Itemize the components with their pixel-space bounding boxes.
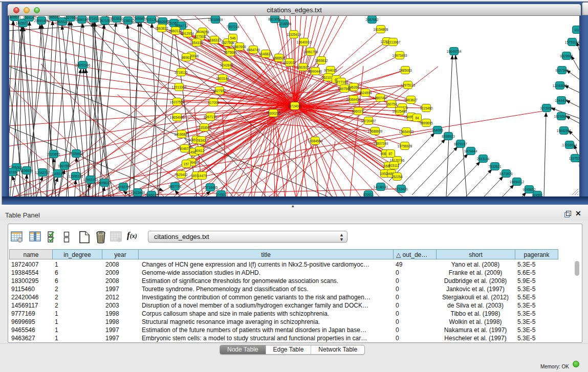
svg-text:16154808: 16154808 xyxy=(374,28,388,31)
svg-text:3675685: 3675685 xyxy=(224,51,237,54)
svg-text:80412: 80412 xyxy=(195,149,204,152)
svg-text:9427552: 9427552 xyxy=(213,89,226,93)
svg-text:1362615: 1362615 xyxy=(296,65,310,69)
svg-text:15716485: 15716485 xyxy=(203,186,218,189)
svg-text:12093823: 12093823 xyxy=(553,84,568,87)
svg-text:64: 64 xyxy=(415,116,419,120)
svg-text:16782759: 16782759 xyxy=(116,185,131,189)
svg-text:10958107: 10958107 xyxy=(97,181,112,185)
svg-text:16107552: 16107552 xyxy=(170,100,185,104)
svg-text:11353594: 11353594 xyxy=(197,126,212,129)
svg-text:16648784: 16648784 xyxy=(447,50,462,53)
svg-text:8990448: 8990448 xyxy=(309,70,322,73)
svg-text:252254: 252254 xyxy=(391,175,403,179)
svg-text:9860124: 9860124 xyxy=(169,29,182,33)
svg-text:12213967: 12213967 xyxy=(386,40,401,44)
svg-text:19654983: 19654983 xyxy=(170,116,185,119)
svg-text:1244415: 1244415 xyxy=(555,99,568,102)
svg-text:6879197: 6879197 xyxy=(454,142,467,146)
svg-text:78342: 78342 xyxy=(197,139,206,142)
svg-text:7632621: 7632621 xyxy=(488,165,502,168)
svg-text:417006: 417006 xyxy=(208,101,219,104)
svg-text:12505135: 12505135 xyxy=(69,174,83,178)
svg-text:8186323: 8186323 xyxy=(208,38,221,42)
svg-text:87: 87 xyxy=(388,152,393,156)
svg-text:111: 111 xyxy=(574,28,579,32)
svg-text:17957253: 17957253 xyxy=(83,178,98,182)
svg-text:9899695: 9899695 xyxy=(420,121,433,125)
svg-text:7663822: 7663822 xyxy=(155,27,168,30)
svg-text:20691406: 20691406 xyxy=(34,19,49,23)
svg-text:6497568: 6497568 xyxy=(338,87,351,91)
svg-text:9474444: 9474444 xyxy=(464,149,477,153)
svg-text:18724007: 18724007 xyxy=(288,104,302,108)
svg-text:12213369: 12213369 xyxy=(172,85,187,89)
svg-text:1405571: 1405571 xyxy=(9,16,21,19)
svg-text:2803144: 2803144 xyxy=(216,77,229,80)
svg-text:9146821: 9146821 xyxy=(259,52,272,56)
svg-text:13640910: 13640910 xyxy=(297,40,312,44)
svg-text:391934: 391934 xyxy=(9,170,18,174)
svg-text:7625402: 7625402 xyxy=(175,173,188,177)
svg-text:10973493: 10973493 xyxy=(393,54,407,57)
svg-text:16961758: 16961758 xyxy=(303,50,318,54)
svg-text:8938923: 8938923 xyxy=(442,135,455,138)
svg-text:160754: 160754 xyxy=(386,102,397,106)
svg-text:8322037: 8322037 xyxy=(283,61,296,64)
svg-text:14055713: 14055713 xyxy=(16,21,31,25)
svg-text:8267130: 8267130 xyxy=(204,115,217,119)
svg-text:870911: 870911 xyxy=(363,193,374,196)
svg-text:10654112: 10654112 xyxy=(510,180,525,184)
svg-text:7485063: 7485063 xyxy=(399,69,412,72)
svg-text:8454749: 8454749 xyxy=(247,48,260,52)
svg-text:10688609: 10688609 xyxy=(368,129,383,133)
svg-text:15720407: 15720407 xyxy=(361,119,376,123)
svg-text:2718126: 2718126 xyxy=(175,71,188,74)
svg-text:9242848: 9242848 xyxy=(220,63,233,67)
svg-text:8813054: 8813054 xyxy=(268,17,281,21)
svg-text:11923448: 11923448 xyxy=(130,191,145,194)
svg-text:1156859: 1156859 xyxy=(20,169,33,172)
svg-text:98961: 98961 xyxy=(182,56,191,59)
svg-text:17359928: 17359928 xyxy=(69,152,84,156)
svg-text:164095: 164095 xyxy=(432,128,443,132)
svg-text:10807487: 10807487 xyxy=(373,96,388,100)
svg-text:17016514: 17016514 xyxy=(562,143,577,147)
svg-text:10025483: 10025483 xyxy=(393,110,407,113)
svg-text:7955812: 7955812 xyxy=(315,59,328,62)
svg-text:2867608: 2867608 xyxy=(233,45,246,49)
svg-text:915112: 915112 xyxy=(388,164,400,167)
svg-text:974501: 974501 xyxy=(215,193,227,196)
svg-text:2020655: 2020655 xyxy=(47,152,60,156)
svg-text:9397586: 9397586 xyxy=(58,164,71,168)
svg-text:20053346: 20053346 xyxy=(76,63,91,67)
svg-text:15692901: 15692901 xyxy=(557,129,572,133)
svg-text:11325419: 11325419 xyxy=(287,33,301,36)
svg-text:157: 157 xyxy=(184,162,189,166)
svg-text:19756928: 19756928 xyxy=(398,144,412,148)
svg-text:12975115: 12975115 xyxy=(401,83,416,87)
svg-text:14479: 14479 xyxy=(198,174,207,178)
svg-text:2087682: 2087682 xyxy=(365,18,379,21)
svg-text:19166825: 19166825 xyxy=(175,133,189,136)
svg-text:18807249: 18807249 xyxy=(374,142,388,145)
svg-text:2933114: 2933114 xyxy=(477,157,490,161)
svg-text:14138141: 14138141 xyxy=(374,185,388,189)
svg-text:19384554: 19384554 xyxy=(308,139,323,143)
svg-text:7357224: 7357224 xyxy=(226,25,239,29)
svg-text:3624554: 3624554 xyxy=(359,91,372,95)
svg-text:827503: 827503 xyxy=(194,35,206,38)
svg-text:1145194: 1145194 xyxy=(52,172,64,176)
svg-text:16033809: 16033809 xyxy=(208,18,223,21)
svg-text:20364436: 20364436 xyxy=(346,98,361,101)
svg-text:19654923: 19654923 xyxy=(399,130,414,134)
svg-text:9463627: 9463627 xyxy=(404,98,418,102)
svg-text:12342737: 12342737 xyxy=(35,171,50,174)
svg-text:9245652: 9245652 xyxy=(522,188,536,191)
svg-text:546: 546 xyxy=(230,36,236,40)
svg-text:3215958: 3215958 xyxy=(540,106,553,110)
svg-text:9794028: 9794028 xyxy=(324,69,337,72)
svg-text:1733426: 1733426 xyxy=(395,187,408,191)
svg-text:1588520: 1588520 xyxy=(272,56,286,60)
svg-text:9857791: 9857791 xyxy=(168,185,182,188)
